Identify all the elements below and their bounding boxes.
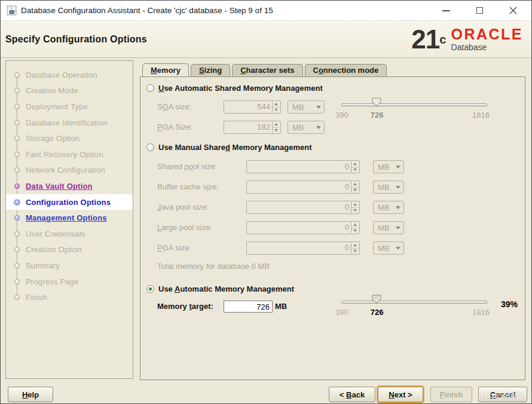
radio-use-asmm[interactable]: Use Automatic Shared Memory Management (146, 84, 323, 93)
memory-percent-value: 39% (501, 299, 518, 309)
radio-amm-label: Use Automatic Memory Management (158, 284, 294, 293)
oracle-wordmark: ORACLE (451, 26, 523, 42)
tab-memory[interactable]: Memory (142, 63, 189, 76)
chevron-down-icon (316, 126, 321, 131)
sga-memory-slider: 390 726 1816 (341, 96, 487, 130)
java-pool-label: Java pool size: (157, 201, 209, 214)
close-button[interactable] (505, 4, 521, 17)
manual-pga-field: 0 (246, 241, 360, 255)
step-dot (14, 263, 20, 268)
buffer-cache-field: 0 (246, 180, 360, 194)
memory-tab-panel: Use Automatic Shared Memory Management S… (140, 76, 525, 380)
tab-sizing[interactable]: Sizing (191, 64, 230, 76)
sidebar-item-summary: Summary (6, 258, 133, 274)
spinner-up-icon (273, 122, 280, 128)
shared-pool-label: Shared pool size: (157, 160, 217, 173)
page-header: Specify Configuration Options 21c ORACLE… (1, 21, 531, 58)
watermark: @ITPUB博客 (477, 391, 523, 402)
step-dot (14, 104, 20, 109)
spinner-down-icon (351, 228, 359, 234)
sga-unit-combo: MB (288, 100, 325, 114)
sidebar-item-creation-mode: Creation Mode (6, 83, 133, 99)
buffer-cache-unit-combo: MB (373, 180, 404, 194)
dbca-window: Database Configuration Assistant - Creat… (0, 0, 532, 404)
sidebar-item-management-options[interactable]: Management Options (6, 210, 133, 226)
sga-size-label: SGA size: (157, 100, 191, 114)
maximize-button[interactable] (472, 4, 487, 17)
window-title: Database Configuration Assistant - Creat… (21, 6, 273, 15)
spinner-down-icon (273, 108, 280, 113)
tab-connection-mode[interactable]: Connection mode (305, 64, 387, 76)
chevron-down-icon (396, 227, 400, 232)
sidebar-item-storage-option: Storage Option (6, 130, 133, 146)
spinner-up-icon (351, 161, 359, 167)
pga-unit-combo: MB (288, 121, 325, 134)
step-dot (14, 136, 20, 141)
step-dot (14, 200, 20, 205)
large-pool-spinner (351, 222, 359, 233)
radio-manual-circle[interactable] (146, 143, 154, 151)
radio-asmm-circle[interactable] (146, 84, 154, 92)
buffer-cache-spinner (351, 182, 359, 192)
sga-size-field: 544 (224, 100, 281, 114)
memory-target-slider: 390 726 1816 (341, 293, 487, 327)
tab-character-sets[interactable]: Character sets (232, 64, 302, 76)
spinner-up-icon (273, 102, 280, 108)
buffer-cache-label: Buffer cache size: (157, 180, 219, 194)
memory-target-label: Memory target: (157, 300, 213, 313)
step-dot (14, 247, 20, 252)
spinner-up-icon (351, 182, 359, 188)
step-dot (14, 88, 20, 93)
brand-version: 21 (411, 26, 439, 53)
step-dot (14, 120, 20, 126)
title-bar: Database Configuration Assistant - Creat… (1, 1, 531, 21)
slider-track (341, 301, 487, 304)
java-pool-field: 0 (246, 201, 360, 214)
minimize-button[interactable] (438, 4, 454, 17)
wizard-footer: Help < Back Next > Finish Cancel (1, 383, 531, 404)
sidebar-item-fast-recovery-option: Fast Recovery Option (6, 146, 133, 163)
step-dot (14, 152, 20, 157)
spinner-down-icon (351, 208, 359, 213)
radio-use-amm[interactable]: Use Automatic Memory Management (146, 284, 294, 293)
chevron-down-icon (316, 106, 321, 111)
memory-target-input[interactable] (224, 301, 273, 313)
step-dot (14, 231, 20, 237)
chevron-down-icon (396, 186, 400, 191)
help-button[interactable]: Help (8, 387, 53, 402)
shared-pool-unit-combo: MB (373, 160, 404, 173)
next-button[interactable]: Next > (378, 387, 423, 402)
chevron-down-icon (396, 166, 400, 171)
finish-button: Finish (430, 387, 472, 402)
memory-target-unit: MB (275, 302, 287, 311)
spinner-down-icon (351, 188, 359, 193)
radio-use-manual[interactable]: Use Manual Shared Memory Management (146, 143, 312, 152)
pga-size-field: 182 (224, 121, 281, 134)
wizard-body: Database Operation Creation Mode Deploym… (1, 58, 532, 383)
sidebar-item-configuration-options[interactable]: Configuration Options (6, 194, 133, 210)
shared-pool-spinner (351, 161, 359, 172)
large-pool-label: Large pool size: (157, 221, 212, 234)
back-button[interactable]: < Back (329, 387, 375, 402)
spinner-down-icon (351, 249, 359, 254)
large-pool-field: 0 (246, 221, 360, 234)
spinner-up-icon (351, 222, 359, 228)
large-pool-unit-combo: MB (373, 221, 404, 234)
steps-sidebar: Database Operation Creation Mode Deploym… (5, 60, 133, 379)
memory-tabs: Memory Sizing Character sets Connection … (142, 64, 387, 76)
sidebar-item-creation-option: Creation Option (6, 242, 133, 258)
slider-thumb[interactable] (372, 295, 381, 304)
java-pool-unit-combo: MB (373, 201, 404, 214)
sidebar-item-database-identification: Database Identification (6, 115, 133, 131)
java-coffee-icon (7, 5, 17, 16)
manual-pga-label: PGA size: (157, 241, 191, 255)
sidebar-item-progress-page: Progress Page (6, 274, 133, 290)
sga-size-spinner (272, 102, 280, 112)
slider-track (341, 103, 487, 106)
radio-amm-circle[interactable] (146, 285, 154, 293)
java-pool-spinner (351, 202, 359, 213)
sidebar-item-user-credentials: User Credentials (6, 226, 133, 242)
sidebar-item-data-vault-option[interactable]: Data Vault Option (6, 178, 133, 194)
chevron-down-icon (396, 247, 400, 252)
step-dot (14, 295, 20, 300)
